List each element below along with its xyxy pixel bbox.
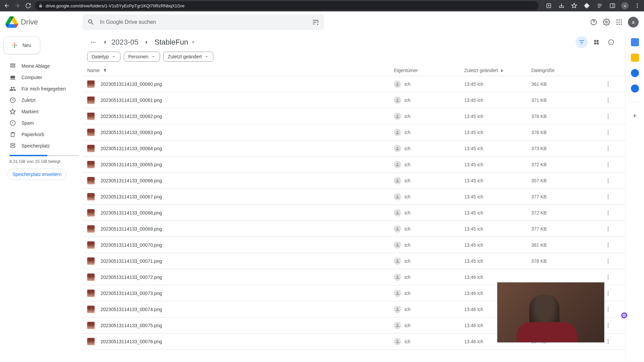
file-name: 20230513114133_00066.png (101, 178, 394, 183)
svg-point-72 (608, 310, 609, 311)
file-row[interactable]: 20230513114133_00063.pngich13:45 ich376 … (83, 124, 625, 140)
chevron-right-icon (102, 39, 109, 46)
row-actions-icon[interactable] (605, 306, 617, 312)
row-actions-icon[interactable] (605, 97, 617, 103)
get-addons-icon[interactable]: + (633, 112, 637, 120)
calendar-addon-icon[interactable] (631, 38, 639, 46)
breadcrumb-parent[interactable]: 2023-05 (111, 38, 139, 47)
col-header-owner[interactable]: Eigentümer (394, 68, 464, 73)
filter-type-chip[interactable]: Dateityp (87, 52, 120, 62)
storage-text: 8,31 GB von 15 GB belegt (9, 159, 78, 164)
expand-storage-button[interactable]: Speicherplatz erweitern (7, 169, 66, 180)
file-name: 20230513114133_00070.png (101, 242, 394, 248)
sidebar-item-label: Speicherplatz (21, 143, 50, 148)
row-actions-icon[interactable] (605, 162, 617, 168)
search-options-icon[interactable] (312, 18, 319, 26)
sidebar-item[interactable]: Speicherplatz (3, 140, 83, 152)
apps-icon[interactable] (615, 18, 623, 26)
sidebar-item-label: Computer (21, 75, 42, 80)
row-actions-icon[interactable] (605, 178, 617, 184)
file-row[interactable]: 20230513114133_00064.pngich13:45 ich373 … (83, 140, 625, 157)
sidebar-item[interactable]: Markiert (3, 106, 83, 117)
file-modified: 13:45 ich (464, 258, 531, 264)
file-row[interactable]: 20230513114133_00066.pngich13:45 ich357 … (83, 173, 625, 189)
file-row[interactable]: 20230513114133_00068.pngich13:45 ich372 … (83, 205, 625, 221)
account-avatar[interactable]: a (628, 17, 639, 27)
sidebar-item[interactable]: Computer (3, 72, 83, 83)
col-header-modified[interactable]: Zuletzt geändert (464, 68, 531, 73)
breadcrumb-current[interactable]: StableFun (155, 38, 196, 47)
extensions-icon[interactable] (583, 2, 591, 10)
file-owner: ich (394, 145, 464, 152)
file-row[interactable]: 20230513114133_00065.pngich13:45 ich372 … (83, 157, 625, 173)
sidebar-item-label: Spam (21, 120, 34, 126)
sidebar-item[interactable]: Für mich freigegeben (3, 83, 83, 95)
file-thumbnail (87, 145, 95, 152)
row-actions-icon[interactable] (605, 113, 617, 119)
row-actions-icon[interactable] (605, 129, 617, 135)
row-actions-icon[interactable] (605, 242, 617, 248)
file-name: 20230513114133_00069.png (101, 226, 394, 232)
col-header-size[interactable]: Dateigröße (531, 68, 605, 73)
profile-avatar[interactable]: a (621, 2, 629, 9)
svg-point-73 (608, 323, 609, 324)
row-actions-icon[interactable] (605, 210, 617, 216)
row-actions-icon[interactable] (605, 258, 617, 264)
file-name: 20230513114133_00061.png (101, 98, 394, 103)
file-row[interactable]: 20230513114133_00061.pngich13:45 ich371 … (83, 92, 625, 108)
svg-point-13 (621, 21, 622, 23)
filter-toggle-icon[interactable] (576, 36, 588, 48)
support-icon[interactable] (590, 18, 598, 26)
sidebar-item[interactable]: Spam (3, 117, 83, 129)
person-icon (394, 322, 401, 329)
file-row[interactable]: 20230513114133_00070.pngich13:45 ich381 … (83, 237, 625, 253)
file-row[interactable]: 20230513114133_00067.pngich13:45 ich377 … (83, 189, 625, 205)
row-actions-icon[interactable] (605, 322, 617, 328)
row-actions-icon[interactable] (605, 81, 617, 87)
row-actions-icon[interactable] (605, 226, 617, 232)
row-actions-icon[interactable] (605, 274, 617, 280)
grid-view-icon[interactable] (590, 36, 602, 48)
sidepanel-icon[interactable] (608, 2, 616, 10)
row-actions-icon[interactable] (605, 194, 617, 200)
forward-icon[interactable] (13, 2, 21, 10)
file-row[interactable]: 20230513114133_00060.pngich13:45 ich361 … (83, 76, 625, 92)
person-icon (394, 225, 401, 233)
settings-icon[interactable] (602, 18, 610, 26)
row-actions-icon[interactable] (605, 145, 617, 152)
address-bar[interactable]: drive.google.com/drive/folders/1-V1s5YyE… (35, 1, 539, 10)
path-overflow-icon[interactable] (87, 36, 99, 48)
reading-list-icon[interactable] (596, 2, 604, 10)
file-row[interactable]: 20230513114133_00071.pngich13:45 ich378 … (83, 253, 625, 269)
contacts-addon-icon[interactable] (631, 84, 639, 93)
drive-logo[interactable]: Drive (5, 16, 79, 28)
filter-modified-chip[interactable]: Zuletzt geändert (163, 52, 213, 62)
new-button[interactable]: Neu (3, 36, 40, 54)
sidebar-item[interactable]: Papierkorb (3, 129, 83, 140)
file-row[interactable]: 20230513114133_00069.pngich13:45 ich377 … (83, 221, 625, 237)
reload-icon[interactable] (24, 2, 32, 10)
tasks-addon-icon[interactable] (631, 69, 639, 77)
file-modified: 13:45 ich (464, 226, 531, 232)
file-row[interactable]: 20230513114133_00062.pngich13:45 ich378 … (83, 108, 625, 124)
svg-point-31 (608, 98, 609, 99)
install-icon[interactable] (545, 2, 553, 10)
search-input[interactable] (100, 19, 307, 25)
back-icon[interactable] (3, 2, 11, 10)
row-actions-icon[interactable] (605, 290, 617, 296)
filter-people-chip[interactable]: Personen (124, 52, 160, 62)
keep-addon-icon[interactable] (631, 54, 639, 62)
row-actions-icon[interactable] (605, 339, 617, 345)
col-header-name[interactable]: Name (87, 68, 394, 73)
share-icon[interactable] (557, 2, 566, 10)
search-box[interactable] (83, 14, 324, 30)
lock-icon (38, 3, 43, 8)
svg-point-34 (608, 114, 609, 115)
chrome-menu-icon[interactable] (633, 2, 641, 10)
sidebar-item[interactable]: Meine Ablage (3, 60, 83, 72)
storage-bar (9, 155, 78, 156)
svg-point-30 (608, 85, 609, 86)
details-icon[interactable] (605, 36, 617, 48)
bookmark-icon[interactable] (570, 2, 578, 10)
sidebar-item[interactable]: Zuletzt (3, 95, 83, 106)
